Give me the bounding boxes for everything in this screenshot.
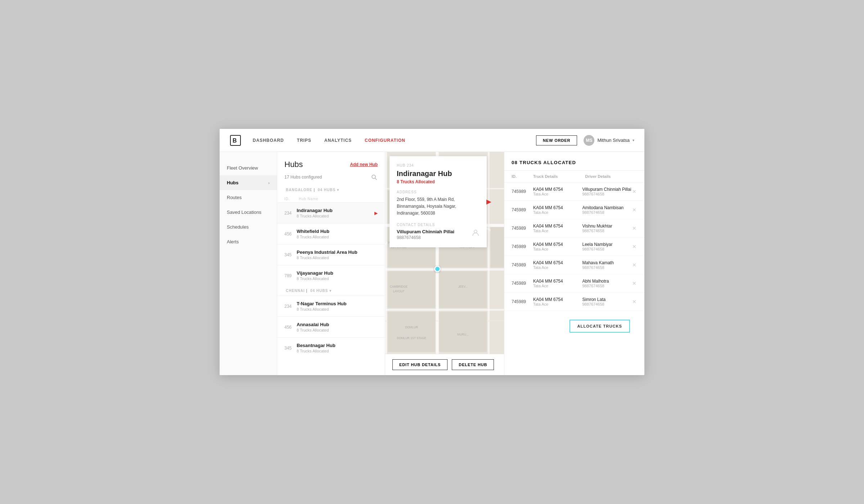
hub-id-label: HUB 234 [397, 163, 480, 167]
hub-contact-row: Villupuram Chinniah Pillai 9887674658 [397, 229, 480, 240]
trucks-footer: ALLOCATE TRUCKS [504, 311, 644, 341]
hub-list-title: Hubs [284, 160, 303, 169]
hub-row-annasalai[interactable]: 456 Annasalai Hub 8 Trucks Allocated [277, 316, 385, 337]
remove-truck-button[interactable]: ✕ [631, 262, 637, 268]
sidebar: Fleet Overview Hubs › Routes Saved Locat… [220, 152, 277, 375]
nav-dashboard[interactable]: DASHBOARD [253, 138, 284, 143]
hub-trucks-allocated: 8 Trucks Allocated [397, 179, 480, 184]
map-location-marker [434, 266, 441, 272]
truck-row: 745989 KA04 MM 6754 Tata Ace Villupuram … [504, 183, 644, 201]
remove-truck-button[interactable]: ✕ [631, 225, 637, 231]
hub-col-headers: ID. Hub Name [277, 195, 385, 202]
svg-line-3 [375, 178, 377, 180]
col-driver-label: Driver Details [585, 174, 638, 179]
hub-list-header: Hubs Add new Hub [277, 152, 385, 172]
nav-configuration[interactable]: CONFIGURATION [365, 138, 405, 143]
contact-label: CONTACT DETAILS [397, 223, 480, 227]
svg-text:B: B [233, 138, 237, 144]
address-label: ADDRESS [397, 190, 480, 194]
remove-truck-button[interactable]: ✕ [631, 207, 637, 213]
sidebar-item-fleet-overview[interactable]: Fleet Overview [220, 161, 277, 175]
edit-hub-button[interactable]: EDIT HUB DETAILS [392, 359, 447, 370]
svg-rect-21 [491, 227, 504, 267]
dropdown-icon-chennai: ▾ [329, 289, 332, 293]
hub-count-row: 17 Hubs configured [277, 172, 385, 185]
col-truck-label: Truck Details [533, 174, 585, 179]
svg-text:MURU...: MURU... [457, 333, 468, 336]
hub-row-vijayanagar[interactable]: 789 Vijayanagar Hub 8 Trucks Allocated [277, 265, 385, 286]
city-header-chennai[interactable]: CHENNAI | 04 HUBS ▾ [277, 286, 385, 296]
hub-row-peenya[interactable]: 345 Peenya Industrial Area Hub 8 Trucks … [277, 244, 385, 265]
hub-row-whitefield[interactable]: 456 Whitefield Hub 8 Trucks Allocated [277, 223, 385, 244]
truck-row: 745989 KA04 MM 6754 Tata Ace Mahava Kama… [504, 256, 644, 274]
logo-icon: B [230, 135, 241, 146]
body-layout: Fleet Overview Hubs › Routes Saved Locat… [220, 152, 644, 375]
main-nav: DASHBOARD TRIPS ANALYTICS CONFIGURATION [253, 138, 536, 143]
svg-text:JEEV...: JEEV... [458, 285, 468, 288]
remove-truck-button[interactable]: ✕ [631, 280, 637, 286]
hub-row-tnagar[interactable]: 234 T-Nagar Terminus Hub 8 Trucks Alloca… [277, 296, 385, 316]
truck-rows-container: 745989 KA04 MM 6754 Tata Ace Villupuram … [504, 183, 644, 311]
truck-row: 745989 KA04 MM 6754 Tata Ace Simron Lata… [504, 293, 644, 311]
header-right: NEW ORDER MS Mithun Srivatsa ▾ [536, 135, 634, 146]
sidebar-item-alerts[interactable]: Alerts [220, 234, 277, 249]
action-bar: EDIT HUB DETAILS DELETE HUB [385, 354, 504, 375]
trucks-header: 08 TRUCKS ALLOCATED [504, 152, 644, 171]
chevron-right-icon: › [268, 181, 270, 185]
card-arrow-icon: ▶ [486, 198, 491, 206]
hub-count: 17 Hubs configured [284, 175, 322, 180]
city-header-bangalore[interactable]: BANGALORE | 04 HUBS ▾ [277, 185, 385, 195]
svg-text:DOMLUR 1ST STAGE: DOMLUR 1ST STAGE [397, 337, 426, 340]
header: B DASHBOARD TRIPS ANALYTICS CONFIGURATIO… [220, 129, 644, 152]
remove-truck-button[interactable]: ✕ [631, 244, 637, 249]
user-name: Mithun Srivatsa [597, 138, 630, 143]
contact-name: Villupuram Chinniah Pillai [397, 229, 454, 234]
svg-text:CAMBRIDGE: CAMBRIDGE [390, 285, 408, 288]
trucks-col-headers: ID. Truck Details Driver Details [504, 171, 644, 183]
svg-rect-26 [439, 312, 487, 352]
allocate-trucks-button[interactable]: ALLOCATE TRUCKS [570, 320, 630, 333]
avatar: MS [584, 135, 594, 146]
truck-row: 745989 KA04 MM 6754 Tata Ace Leela Nambi… [504, 238, 644, 256]
svg-rect-20 [439, 271, 487, 308]
app-window: B DASHBOARD TRIPS ANALYTICS CONFIGURATIO… [220, 129, 644, 375]
hub-detail-card: HUB 234 Indiranagar Hub 8 Trucks Allocat… [390, 156, 487, 247]
remove-truck-button[interactable]: ✕ [631, 189, 637, 194]
svg-rect-25 [388, 312, 436, 352]
dropdown-icon: ▾ [337, 188, 339, 192]
svg-point-38 [474, 230, 477, 233]
hub-row-indiranagar[interactable]: 234 Indiranagar Hub 8 Trucks Allocated ▶ [277, 202, 385, 223]
map-detail-panel: INDIRANAGAR 1ST STAGE HALASURU NEW THIPP… [385, 152, 504, 375]
sidebar-item-hubs[interactable]: Hubs › [220, 175, 277, 190]
new-order-button[interactable]: NEW ORDER [536, 135, 577, 145]
map-area[interactable]: INDIRANAGAR 1ST STAGE HALASURU NEW THIPP… [385, 152, 504, 354]
nav-analytics[interactable]: ANALYTICS [324, 138, 352, 143]
hub-address: 2nd Floor, 559, 9th A Main Rd, Binnamang… [397, 196, 480, 217]
user-dropdown-icon: ▾ [633, 138, 634, 142]
nav-trips[interactable]: TRIPS [297, 138, 311, 143]
col-id-label: ID. [512, 174, 533, 179]
delete-hub-button[interactable]: DELETE HUB [452, 359, 494, 370]
truck-row: 745989 KA04 MM 6754 Tata Ace Amitodana N… [504, 201, 644, 219]
person-icon [472, 229, 480, 239]
trucks-title: 08 TRUCKS ALLOCATED [512, 160, 637, 165]
truck-row: 745989 KA04 MM 6754 Tata Ace Vishnu Mukh… [504, 219, 644, 238]
sidebar-item-routes[interactable]: Routes [220, 190, 277, 205]
sidebar-item-schedules[interactable]: Schedules [220, 220, 277, 234]
sidebar-item-saved-locations[interactable]: Saved Locations [220, 205, 277, 220]
hub-name: Indiranagar Hub [397, 170, 480, 178]
svg-text:LAYOUT: LAYOUT [393, 290, 404, 293]
add-hub-button[interactable]: Add new Hub [350, 162, 378, 167]
user-menu[interactable]: MS Mithun Srivatsa ▾ [584, 135, 634, 146]
hub-row-besantnagar[interactable]: 345 Besantnagar Hub 8 Trucks Allocated [277, 337, 385, 358]
search-icon[interactable] [370, 174, 378, 181]
contact-phone: 9887674658 [397, 235, 454, 240]
svg-text:DOMLUR: DOMLUR [405, 326, 418, 329]
selected-row-arrow: ▶ [374, 211, 378, 216]
truck-row: 745989 KA04 MM 6754 Tata Ace Abhi Malhot… [504, 274, 644, 293]
remove-truck-button[interactable]: ✕ [631, 299, 637, 305]
hub-list-panel: Hubs Add new Hub 17 Hubs configured BANG… [277, 152, 385, 375]
trucks-panel: 08 TRUCKS ALLOCATED ID. Truck Details Dr… [504, 152, 644, 375]
